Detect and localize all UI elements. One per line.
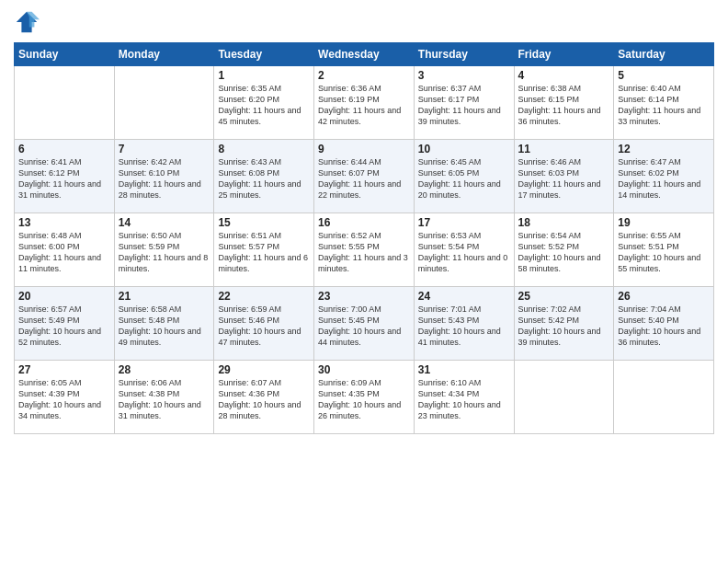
day-info: Sunrise: 6:55 AMSunset: 5:51 PMDaylight:… xyxy=(618,230,710,275)
day-number: 30 xyxy=(318,363,410,376)
day-info: Sunrise: 6:06 AMSunset: 4:38 PMDaylight:… xyxy=(119,377,210,422)
day-info: Sunrise: 6:05 AMSunset: 4:39 PMDaylight:… xyxy=(18,377,110,422)
day-info: Sunrise: 6:38 AMSunset: 6:15 PMDaylight:… xyxy=(518,83,610,128)
day-number: 5 xyxy=(618,69,710,82)
calendar-cell xyxy=(114,66,214,140)
day-number: 1 xyxy=(218,69,310,82)
day-number: 3 xyxy=(418,69,510,82)
calendar-cell: 31Sunrise: 6:10 AMSunset: 4:34 PMDayligh… xyxy=(414,361,514,434)
day-info: Sunrise: 6:43 AMSunset: 6:08 PMDaylight:… xyxy=(218,156,310,201)
calendar-cell: 11Sunrise: 6:46 AMSunset: 6:03 PMDayligh… xyxy=(514,140,614,213)
day-info: Sunrise: 6:36 AMSunset: 6:19 PMDaylight:… xyxy=(318,83,410,128)
day-number: 13 xyxy=(18,216,110,229)
day-number: 7 xyxy=(119,143,210,155)
logo-icon xyxy=(14,9,40,35)
calendar-cell: 7Sunrise: 6:42 AMSunset: 6:10 PMDaylight… xyxy=(114,140,214,213)
calendar-cell: 16Sunrise: 6:52 AMSunset: 5:55 PMDayligh… xyxy=(314,213,415,287)
day-number: 2 xyxy=(318,69,410,82)
header-day-tuesday: Tuesday xyxy=(214,43,314,66)
day-info: Sunrise: 6:45 AMSunset: 6:05 PMDaylight:… xyxy=(418,156,510,201)
day-info: Sunrise: 6:57 AMSunset: 5:49 PMDaylight:… xyxy=(18,304,110,349)
day-info: Sunrise: 6:40 AMSunset: 6:14 PMDaylight:… xyxy=(618,83,710,128)
header xyxy=(14,9,714,35)
header-day-sunday: Sunday xyxy=(15,43,115,66)
day-number: 8 xyxy=(218,143,310,155)
calendar-cell: 24Sunrise: 7:01 AMSunset: 5:43 PMDayligh… xyxy=(414,287,514,361)
day-number: 6 xyxy=(18,143,110,155)
day-info: Sunrise: 6:52 AMSunset: 5:55 PMDaylight:… xyxy=(318,230,410,275)
calendar-cell xyxy=(514,361,614,434)
calendar-week-5: 27Sunrise: 6:05 AMSunset: 4:39 PMDayligh… xyxy=(15,361,714,434)
day-number: 9 xyxy=(318,143,410,155)
page: SundayMondayTuesdayWednesdayThursdayFrid… xyxy=(0,0,728,563)
header-day-monday: Monday xyxy=(114,43,214,66)
day-info: Sunrise: 6:42 AMSunset: 6:10 PMDaylight:… xyxy=(119,156,210,201)
day-number: 19 xyxy=(618,216,710,229)
header-day-saturday: Saturday xyxy=(614,43,714,66)
calendar-cell: 13Sunrise: 6:48 AMSunset: 6:00 PMDayligh… xyxy=(15,213,115,287)
calendar-cell: 23Sunrise: 7:00 AMSunset: 5:45 PMDayligh… xyxy=(314,287,415,361)
day-info: Sunrise: 7:04 AMSunset: 5:40 PMDaylight:… xyxy=(618,304,710,349)
calendar-cell: 22Sunrise: 6:59 AMSunset: 5:46 PMDayligh… xyxy=(214,287,314,361)
day-number: 28 xyxy=(119,363,210,376)
day-number: 29 xyxy=(218,363,310,376)
day-info: Sunrise: 6:58 AMSunset: 5:48 PMDaylight:… xyxy=(119,304,210,349)
day-number: 16 xyxy=(318,216,410,229)
day-info: Sunrise: 6:37 AMSunset: 6:17 PMDaylight:… xyxy=(418,83,510,128)
calendar-cell: 19Sunrise: 6:55 AMSunset: 5:51 PMDayligh… xyxy=(614,213,714,287)
calendar-cell: 15Sunrise: 6:51 AMSunset: 5:57 PMDayligh… xyxy=(214,213,314,287)
header-day-friday: Friday xyxy=(514,43,614,66)
day-info: Sunrise: 6:59 AMSunset: 5:46 PMDaylight:… xyxy=(218,304,310,349)
day-info: Sunrise: 6:35 AMSunset: 6:20 PMDaylight:… xyxy=(218,83,310,128)
calendar-cell: 2Sunrise: 6:36 AMSunset: 6:19 PMDaylight… xyxy=(314,66,415,140)
calendar-cell: 20Sunrise: 6:57 AMSunset: 5:49 PMDayligh… xyxy=(15,287,115,361)
day-number: 25 xyxy=(518,290,610,303)
day-number: 31 xyxy=(418,363,510,376)
calendar-cell: 8Sunrise: 6:43 AMSunset: 6:08 PMDaylight… xyxy=(214,140,314,213)
calendar-cell: 4Sunrise: 6:38 AMSunset: 6:15 PMDaylight… xyxy=(514,66,614,140)
header-day-wednesday: Wednesday xyxy=(314,43,415,66)
day-info: Sunrise: 6:41 AMSunset: 6:12 PMDaylight:… xyxy=(18,156,110,201)
calendar-cell: 10Sunrise: 6:45 AMSunset: 6:05 PMDayligh… xyxy=(414,140,514,213)
day-info: Sunrise: 6:07 AMSunset: 4:36 PMDaylight:… xyxy=(218,377,310,422)
calendar-cell: 17Sunrise: 6:53 AMSunset: 5:54 PMDayligh… xyxy=(414,213,514,287)
day-number: 24 xyxy=(418,290,510,303)
day-info: Sunrise: 6:47 AMSunset: 6:02 PMDaylight:… xyxy=(618,156,710,201)
calendar-week-2: 6Sunrise: 6:41 AMSunset: 6:12 PMDaylight… xyxy=(15,140,714,213)
day-number: 17 xyxy=(418,216,510,229)
day-info: Sunrise: 6:53 AMSunset: 5:54 PMDaylight:… xyxy=(418,230,510,275)
day-number: 4 xyxy=(518,69,610,82)
logo xyxy=(14,9,43,35)
day-number: 26 xyxy=(618,290,710,303)
day-number: 15 xyxy=(218,216,310,229)
calendar-cell: 6Sunrise: 6:41 AMSunset: 6:12 PMDaylight… xyxy=(15,140,115,213)
day-number: 10 xyxy=(418,143,510,155)
day-number: 22 xyxy=(218,290,310,303)
day-info: Sunrise: 6:46 AMSunset: 6:03 PMDaylight:… xyxy=(518,156,610,201)
day-number: 11 xyxy=(518,143,610,155)
day-number: 14 xyxy=(119,216,210,229)
calendar-week-4: 20Sunrise: 6:57 AMSunset: 5:49 PMDayligh… xyxy=(15,287,714,361)
calendar-cell: 3Sunrise: 6:37 AMSunset: 6:17 PMDaylight… xyxy=(414,66,514,140)
day-info: Sunrise: 6:48 AMSunset: 6:00 PMDaylight:… xyxy=(18,230,110,275)
calendar-cell: 5Sunrise: 6:40 AMSunset: 6:14 PMDaylight… xyxy=(614,66,714,140)
calendar-cell: 12Sunrise: 6:47 AMSunset: 6:02 PMDayligh… xyxy=(614,140,714,213)
calendar-cell: 28Sunrise: 6:06 AMSunset: 4:38 PMDayligh… xyxy=(114,361,214,434)
day-info: Sunrise: 7:01 AMSunset: 5:43 PMDaylight:… xyxy=(418,304,510,349)
calendar-week-3: 13Sunrise: 6:48 AMSunset: 6:00 PMDayligh… xyxy=(15,213,714,287)
day-info: Sunrise: 6:44 AMSunset: 6:07 PMDaylight:… xyxy=(318,156,410,201)
day-info: Sunrise: 6:09 AMSunset: 4:35 PMDaylight:… xyxy=(318,377,410,422)
calendar-cell: 1Sunrise: 6:35 AMSunset: 6:20 PMDaylight… xyxy=(214,66,314,140)
calendar-cell: 25Sunrise: 7:02 AMSunset: 5:42 PMDayligh… xyxy=(514,287,614,361)
day-info: Sunrise: 7:02 AMSunset: 5:42 PMDaylight:… xyxy=(518,304,610,349)
day-info: Sunrise: 6:54 AMSunset: 5:52 PMDaylight:… xyxy=(518,230,610,275)
day-info: Sunrise: 7:00 AMSunset: 5:45 PMDaylight:… xyxy=(318,304,410,349)
calendar-cell: 9Sunrise: 6:44 AMSunset: 6:07 PMDaylight… xyxy=(314,140,415,213)
day-number: 23 xyxy=(318,290,410,303)
calendar-week-1: 1Sunrise: 6:35 AMSunset: 6:20 PMDaylight… xyxy=(15,66,714,140)
calendar-table: SundayMondayTuesdayWednesdayThursdayFrid… xyxy=(14,42,714,434)
header-day-thursday: Thursday xyxy=(414,43,514,66)
calendar-cell xyxy=(15,66,115,140)
day-number: 18 xyxy=(518,216,610,229)
day-number: 12 xyxy=(618,143,710,155)
